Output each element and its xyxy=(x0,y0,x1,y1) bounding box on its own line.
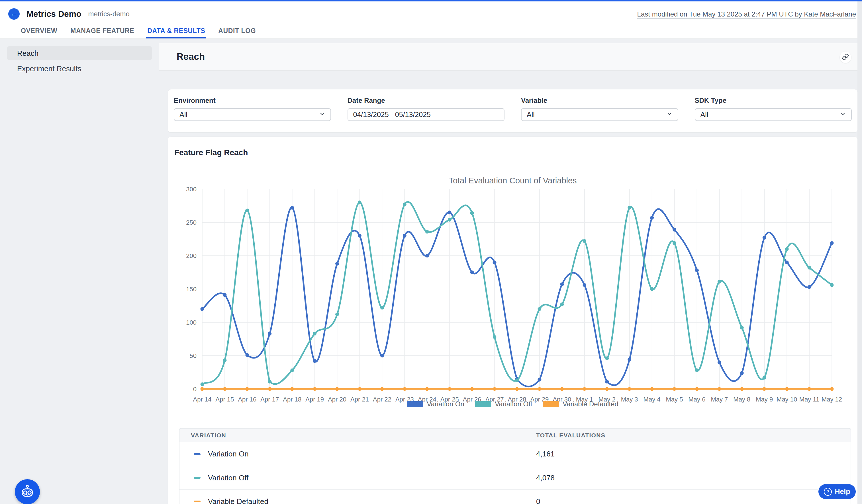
legend-label: Variation Off xyxy=(495,400,532,408)
assistant-bot-button[interactable] xyxy=(15,479,40,504)
tab-overview[interactable]: OVERVIEW xyxy=(21,23,57,38)
sidebar-item-reach[interactable]: Reach xyxy=(7,46,152,61)
series-dash-icon xyxy=(194,501,200,502)
variable-select[interactable]: All xyxy=(521,108,678,121)
feature-key: metrics-demo xyxy=(88,10,130,18)
row-value: 0 xyxy=(536,497,851,504)
robot-icon xyxy=(20,484,35,500)
last-modified-text: Last modified on Tue May 13 2025 at 2:47… xyxy=(637,10,856,18)
sdk-type-select[interactable]: All xyxy=(695,108,852,121)
svg-text:250: 250 xyxy=(186,219,197,226)
table-row: Variable Defaulted 0 xyxy=(180,490,851,504)
column-header-total-evaluations: TOTAL EVALUATIONS xyxy=(536,432,851,439)
legend-variable-defaulted[interactable]: Variable Defaulted xyxy=(543,400,618,408)
sdk-type-label: SDK Type xyxy=(695,96,852,105)
row-value: 4,078 xyxy=(536,474,851,482)
svg-text:150: 150 xyxy=(186,286,197,293)
variable-label: Variable xyxy=(521,96,678,105)
row-value: 4,161 xyxy=(536,450,851,459)
section-header: Reach xyxy=(159,43,858,71)
legend-label: Variation On xyxy=(427,400,464,408)
app-header: ← Metrics Demo metrics-demo Last modifie… xyxy=(0,1,862,39)
chevron-down-icon xyxy=(319,110,325,119)
series-dash-icon xyxy=(194,477,200,479)
tab-data-results[interactable]: DATA & RESULTS xyxy=(147,23,205,38)
tab-bar: OVERVIEW MANAGE FEATURE DATA & RESULTS A… xyxy=(21,23,256,38)
sdk-type-value: All xyxy=(701,110,708,119)
date-range-label: Date Range xyxy=(348,96,505,105)
date-range-input[interactable] xyxy=(353,110,499,119)
legend-variation-off[interactable]: Variation Off xyxy=(475,400,532,408)
section-heading: Reach xyxy=(177,51,205,62)
filters-panel: Environment All Date Range Variable All … xyxy=(168,89,858,132)
reach-line-chart: 050100150200250300Apr 14Apr 15Apr 16Apr … xyxy=(168,185,858,410)
question-mark-icon: ? xyxy=(824,488,832,496)
chevron-down-icon xyxy=(840,110,846,119)
svg-text:100: 100 xyxy=(186,319,197,326)
variation-table: VARIATION TOTAL EVALUATIONS Variation On… xyxy=(179,428,851,504)
page-scrollbar[interactable] xyxy=(858,1,862,504)
table-header: VARIATION TOTAL EVALUATIONS xyxy=(180,428,851,442)
svg-text:50: 50 xyxy=(190,352,197,359)
environment-select[interactable]: All xyxy=(174,108,331,121)
series-dash-icon xyxy=(194,453,200,455)
page-title: Metrics Demo xyxy=(26,9,81,19)
top-accent-bar xyxy=(0,0,862,1)
arrow-left-icon: ← xyxy=(11,10,17,18)
row-label: Variable Defaulted xyxy=(208,497,268,504)
row-label: Variation Off xyxy=(208,474,248,482)
svg-text:200: 200 xyxy=(186,252,197,260)
table-row: Variation Off 4,078 xyxy=(180,466,851,490)
chart-legend: Variation On Variation Off Variable Defa… xyxy=(168,400,858,408)
tab-manage-feature[interactable]: MANAGE FEATURE xyxy=(70,23,134,38)
legend-swatch-variation-on xyxy=(407,401,423,407)
sidebar-item-experiment-results[interactable]: Experiment Results xyxy=(7,62,152,76)
copy-link-button[interactable] xyxy=(840,52,851,63)
help-button[interactable]: ? Help xyxy=(819,484,856,499)
svg-text:0: 0 xyxy=(193,386,197,393)
chevron-down-icon xyxy=(666,110,672,119)
legend-swatch-variation-off xyxy=(475,401,491,407)
environment-label: Environment xyxy=(174,96,331,105)
column-header-variation: VARIATION xyxy=(180,432,536,439)
environment-value: All xyxy=(180,110,187,119)
svg-text:300: 300 xyxy=(186,186,197,193)
legend-label: Variable Defaulted xyxy=(563,400,618,408)
date-range-field[interactable] xyxy=(348,108,505,121)
metrics-sidebar: Reach Experiment Results xyxy=(7,46,152,76)
help-label: Help xyxy=(835,488,850,496)
card-heading: Feature Flag Reach xyxy=(174,148,248,157)
chart-title: Total Evaluation Count of Variables xyxy=(168,176,858,185)
feature-flag-reach-card: Feature Flag Reach Total Evaluation Coun… xyxy=(168,137,858,504)
back-button[interactable]: ← xyxy=(8,8,19,19)
legend-swatch-variable-defaulted xyxy=(543,401,559,407)
link-icon xyxy=(842,54,849,61)
tab-audit-log[interactable]: AUDIT LOG xyxy=(218,23,256,38)
variable-value: All xyxy=(527,110,535,119)
row-label: Variation On xyxy=(208,450,249,459)
table-row: Variation On 4,161 xyxy=(180,442,851,466)
legend-variation-on[interactable]: Variation On xyxy=(407,400,464,408)
